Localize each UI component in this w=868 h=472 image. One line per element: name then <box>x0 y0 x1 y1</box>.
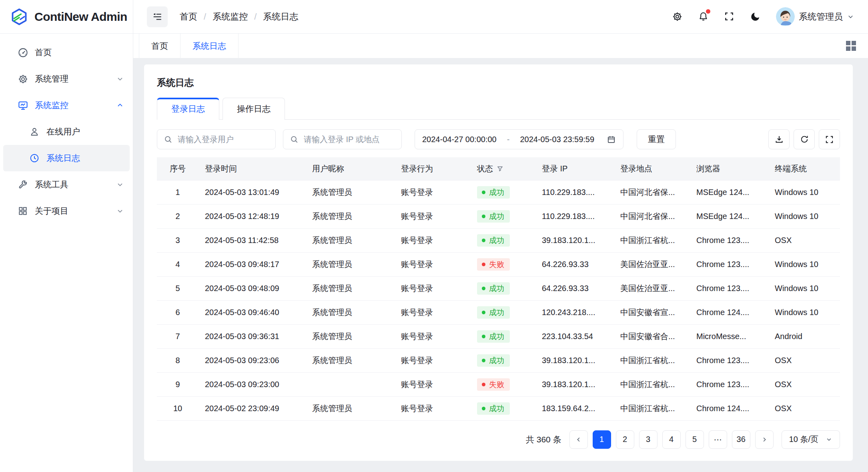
page-tabbar: 首页 系统日志 <box>133 34 868 58</box>
cell-no: 7 <box>157 324 198 348</box>
logo-row[interactable]: ContiNew Admin <box>0 0 133 34</box>
settings-icon[interactable] <box>672 11 683 22</box>
table-row: 7 2024-05-03 09:36:31 系统管理员 账号登录 成功 223.… <box>157 324 840 348</box>
prev-page-button[interactable] <box>569 430 588 449</box>
cell-ip: 39.183.120.1... <box>535 228 614 252</box>
chevron-left-icon <box>575 436 582 443</box>
tab-login-log[interactable]: 登录日志 <box>157 98 219 120</box>
status-dot-icon <box>482 407 485 410</box>
status-dot-icon <box>482 383 485 386</box>
cell-location: 中国浙江省杭... <box>614 348 690 372</box>
cell-os: Windows 10 <box>768 180 840 204</box>
page-button-2[interactable]: 2 <box>616 430 634 449</box>
cell-os: Windows 10 <box>768 300 840 324</box>
notification-bell-icon[interactable] <box>698 11 709 22</box>
cell-status: 成功 <box>471 228 535 252</box>
export-download-button[interactable] <box>768 129 790 149</box>
cell-status: 失败 <box>471 252 535 276</box>
tab-home[interactable]: 首页 <box>139 34 180 58</box>
dark-mode-moon-icon[interactable] <box>750 11 761 22</box>
sidebar: ContiNew Admin 首页 <box>0 0 133 472</box>
cell-no: 2 <box>157 204 198 228</box>
cell-time: 2024-05-03 09:23:06 <box>198 348 306 372</box>
breadcrumb-item[interactable]: 首页 <box>180 11 197 23</box>
page-size-select[interactable]: 10 条/页 <box>782 430 840 449</box>
col-status: 状态 <box>471 157 535 180</box>
cell-time: 2024-05-02 23:09:49 <box>198 396 306 420</box>
search-icon <box>290 135 299 144</box>
status-badge: 成功 <box>477 330 510 343</box>
cell-action: 账号登录 <box>395 228 471 252</box>
sidebar-item-system-tools[interactable]: 系统工具 <box>0 171 133 198</box>
status-badge: 成功 <box>477 402 510 415</box>
sidebar-item-system-monitor[interactable]: 系统监控 <box>0 92 133 119</box>
next-page-button[interactable] <box>755 430 774 449</box>
cell-browser: Chrome 124.... <box>690 396 768 420</box>
date-range-picker[interactable]: 2024-04-27 00:00:00 - 2024-05-03 23:59:5… <box>415 129 623 149</box>
date-end: 2024-05-03 23:59:59 <box>520 135 594 144</box>
sidebar-item-about-project[interactable]: 关于项目 <box>0 198 133 224</box>
pagination-total: 共 360 条 <box>526 434 561 445</box>
table-row: 1 2024-05-03 13:01:49 系统管理员 账号登录 成功 110.… <box>157 180 840 204</box>
page-button-3[interactable]: 3 <box>639 430 658 449</box>
cell-ip: 39.183.120.1... <box>535 372 614 396</box>
sidebar-item-system-management[interactable]: 系统管理 <box>0 66 133 92</box>
cell-browser: Chrome 124.... <box>690 300 768 324</box>
table-row: 8 2024-05-03 09:23:06 系统管理员 账号登录 成功 39.1… <box>157 348 840 372</box>
page-button-36[interactable]: 36 <box>732 430 750 449</box>
cell-location: 中国浙江省杭... <box>614 396 690 420</box>
tab-label: 登录日志 <box>171 104 205 113</box>
cell-status: 成功 <box>471 204 535 228</box>
cell-ip: 64.226.93.33 <box>535 276 614 300</box>
sidebar-item-online-users[interactable]: 在线用户 <box>0 119 133 145</box>
cell-browser: Chrome 123.... <box>690 276 768 300</box>
search-input[interactable] <box>178 135 269 144</box>
status-dot-icon <box>482 191 485 194</box>
status-badge: 成功 <box>477 210 510 223</box>
cell-browser: MSEdge 124... <box>690 180 768 204</box>
cell-user: 系统管理员 <box>306 324 395 348</box>
history-icon <box>29 153 40 164</box>
tab-list-grid-icon[interactable] <box>846 41 856 51</box>
page-button-4[interactable]: 4 <box>662 430 681 449</box>
status-badge: 失败 <box>477 378 510 391</box>
table-fullscreen-button[interactable] <box>819 129 840 149</box>
login-ip-search[interactable] <box>283 129 402 149</box>
login-user-search[interactable] <box>157 129 276 149</box>
cell-time: 2024-05-03 09:46:40 <box>198 300 306 324</box>
cell-os: Windows 10 <box>768 204 840 228</box>
cell-ip: 110.229.183.... <box>535 204 614 228</box>
cell-user: 系统管理员 <box>306 252 395 276</box>
sidebar-menu: 首页 系统管理 <box>0 34 133 224</box>
breadcrumb-separator: / <box>254 12 257 22</box>
chevron-down-icon <box>116 75 124 83</box>
breadcrumb-item[interactable]: 系统监控 <box>212 11 248 23</box>
reset-button[interactable]: 重置 <box>637 129 676 149</box>
sidebar-item-label: 系统日志 <box>46 153 80 164</box>
tab-operation-log[interactable]: 操作日志 <box>223 98 285 120</box>
sidebar-collapse-button[interactable] <box>147 6 168 27</box>
status-dot-icon <box>482 335 485 338</box>
cell-user: 系统管理员 <box>306 300 395 324</box>
sidebar-item-label: 系统管理 <box>35 73 68 84</box>
cell-time: 2024-05-03 11:42:58 <box>198 228 306 252</box>
breadcrumb-item[interactable]: 系统日志 <box>263 11 298 23</box>
search-input[interactable] <box>304 135 395 144</box>
sidebar-item-system-log[interactable]: 系统日志 <box>3 145 130 171</box>
fullscreen-icon[interactable] <box>724 11 735 22</box>
grid-icon <box>18 206 28 217</box>
cell-no: 8 <box>157 348 198 372</box>
user-menu[interactable]: 系统管理员 <box>776 7 854 26</box>
refresh-button[interactable] <box>794 129 815 149</box>
page-button-1[interactable]: 1 <box>593 430 611 449</box>
breadcrumb: 首页 / 系统监控 / 系统日志 <box>180 11 298 23</box>
sidebar-item-home[interactable]: 首页 <box>0 39 133 66</box>
tab-system-log[interactable]: 系统日志 <box>180 34 239 58</box>
cell-action: 账号登录 <box>395 252 471 276</box>
cell-status: 失败 <box>471 372 535 396</box>
page-ellipsis-button[interactable]: ⋯ <box>709 430 727 449</box>
app-root: ContiNew Admin 首页 <box>0 0 868 472</box>
filter-funnel-icon[interactable] <box>497 165 503 172</box>
date-separator: - <box>507 135 510 144</box>
page-button-5[interactable]: 5 <box>686 430 704 449</box>
